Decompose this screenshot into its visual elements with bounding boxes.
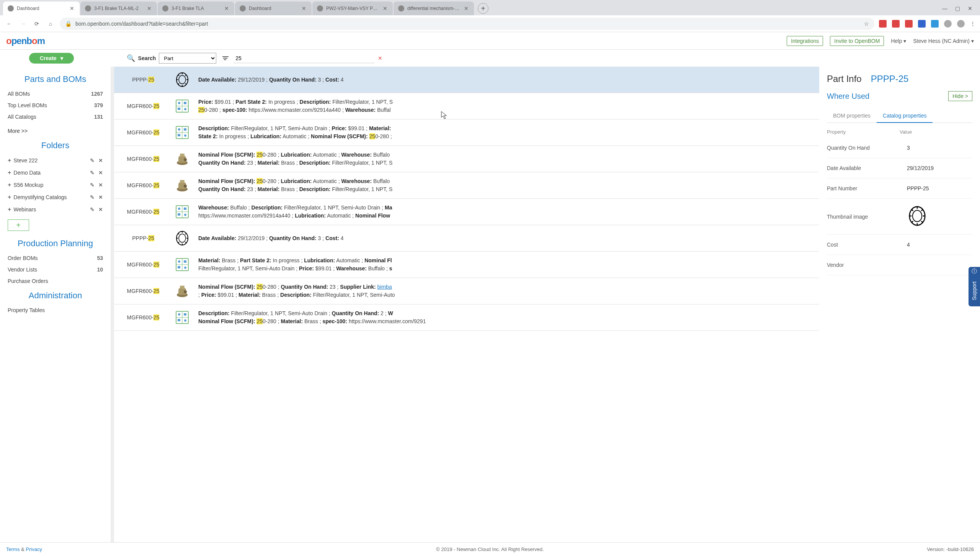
invite-button[interactable]: Invite to OpenBOM	[830, 36, 884, 46]
expand-icon[interactable]: +	[8, 157, 11, 164]
close-window-icon[interactable]: ✕	[968, 5, 972, 11]
search-input[interactable]	[233, 54, 375, 63]
expand-icon[interactable]: +	[8, 194, 11, 201]
new-tab-button[interactable]: +	[478, 3, 488, 14]
maximize-icon[interactable]: ▢	[955, 5, 960, 11]
part-id: MGFR600-25	[120, 314, 166, 321]
delete-icon[interactable]: ✕	[98, 182, 103, 188]
result-row[interactable]: MGFR600-25Price: $99.01 ; Part State 2: …	[114, 93, 819, 119]
sidebar-nav-item[interactable]: All BOMs1267	[0, 88, 111, 100]
close-icon[interactable]: ✕	[382, 5, 388, 11]
edit-icon[interactable]: ✎	[90, 194, 95, 200]
parts-boms-heading: Parts and BOMs	[0, 70, 111, 88]
delete-icon[interactable]: ✕	[98, 157, 103, 164]
sidebar-nav-item[interactable]: All Catalogs131	[0, 111, 111, 123]
support-tab[interactable]: Supportⓘ	[969, 267, 980, 306]
result-details: Nominal Flow (SCFM): 250-280 ; Lubricati…	[198, 177, 813, 193]
tab-catalog-properties[interactable]: Catalog properties	[877, 109, 933, 123]
close-icon[interactable]: ✕	[146, 5, 152, 11]
sidebar-prod-item[interactable]: Purchase Orders	[0, 275, 111, 287]
result-row[interactable]: MGFR600-25Description: Filter/Regulator,…	[114, 119, 819, 146]
sidebar-admin-item[interactable]: Property Tables	[0, 304, 111, 316]
browser-tab[interactable]: 3-F1 Brake TLA✕	[158, 2, 234, 15]
browser-tab[interactable]: PW2-VSY-Main-VSY PUMP✕	[312, 2, 393, 15]
part-id: MGFR600-25	[120, 209, 166, 215]
logo[interactable]: openbom	[6, 36, 45, 46]
edit-icon[interactable]: ✎	[90, 170, 95, 176]
property-row: Part NumberPPPP-25	[827, 178, 972, 199]
result-row[interactable]: MGFR600-25Warehouse: Buffalo ; Descripti…	[114, 199, 819, 225]
sidebar-nav-item[interactable]: Top Level BOMs379	[0, 100, 111, 111]
hide-button[interactable]: Hide >	[948, 91, 972, 101]
sidebar-folder-item[interactable]: +S56 Mockup✎✕	[0, 179, 111, 191]
tab-bar: Dashboard✕3-F1 Brake TLA-ML-2✕3-F1 Brake…	[0, 0, 980, 15]
ext-icon-3[interactable]	[905, 20, 913, 28]
url-bar[interactable]: 🔒 bom.openbom.com/dashboard?table=search…	[60, 18, 874, 30]
result-row[interactable]: MGFR600-25Nominal Flow (SCFM): 250-280 ;…	[114, 172, 819, 199]
sidebar-folder-item[interactable]: +Demo Data✎✕	[0, 167, 111, 179]
expand-icon[interactable]: +	[8, 169, 11, 176]
search-area: 🔍 Search Part ✕	[127, 53, 383, 64]
result-details: Date Available: 29/12/2019 ; Quantity On…	[198, 76, 813, 84]
back-icon[interactable]: ←	[5, 19, 14, 28]
star-icon[interactable]: ☆	[864, 21, 869, 27]
search-type-select[interactable]: Part	[159, 53, 216, 64]
sidebar-prod-item[interactable]: Order BOMs53	[0, 252, 111, 264]
add-folder-button[interactable]: +	[8, 219, 29, 231]
help-menu[interactable]: Help ▾	[891, 38, 906, 44]
delete-icon[interactable]: ✕	[98, 194, 103, 200]
browser-tab[interactable]: 3-F1 Brake TLA-ML-2✕	[80, 2, 157, 15]
reload-icon[interactable]: ⟳	[32, 19, 41, 28]
delete-icon[interactable]: ✕	[98, 206, 103, 213]
result-row[interactable]: MGFR600-25Description: Filter/Regulator,…	[114, 304, 819, 331]
tab-title: 3-F1 Brake TLA-ML-2	[94, 6, 143, 11]
ext-icon-2[interactable]	[892, 20, 900, 28]
minimize-icon[interactable]: —	[942, 5, 947, 11]
result-row[interactable]: MGFR600-25Nominal Flow (SCFM): 250-280 ;…	[114, 278, 819, 304]
close-icon[interactable]: ✕	[463, 5, 469, 11]
where-used-heading[interactable]: Where Used	[827, 92, 869, 101]
part-info-heading: Part Info	[827, 74, 862, 84]
browser-tab[interactable]: differential mechanism-ML✕	[394, 2, 474, 15]
sidebar-folder-item[interactable]: +Steve 222✎✕	[0, 154, 111, 167]
profile-icon[interactable]	[957, 20, 965, 28]
sidebar-folder-item[interactable]: +Webinars✎✕	[0, 203, 111, 216]
delete-icon[interactable]: ✕	[98, 170, 103, 176]
ext-icon-5[interactable]	[931, 20, 939, 28]
tab-favicon	[317, 5, 323, 11]
menu-icon[interactable]: ⋮	[970, 21, 975, 27]
close-icon[interactable]: ✕	[301, 5, 307, 11]
user-menu[interactable]: Steve Hess (NC Admin) ▾	[913, 38, 974, 44]
property-table-header: Property Value	[827, 126, 972, 138]
result-row[interactable]: MGFR600-25Nominal Flow (SCFM): 250-280 ;…	[114, 146, 819, 172]
close-icon[interactable]: ✕	[69, 5, 75, 11]
filter-icon[interactable]	[222, 54, 230, 62]
tab-favicon	[240, 5, 246, 11]
result-row[interactable]: PPPP-25Date Available: 29/12/2019 ; Quan…	[114, 225, 819, 252]
part-id: MGFR600-25	[120, 129, 166, 136]
forward-icon[interactable]: →	[18, 19, 28, 28]
sidebar-prod-item[interactable]: Vendor Lists10	[0, 264, 111, 275]
more-link[interactable]: More >>	[0, 123, 111, 137]
edit-icon[interactable]: ✎	[90, 206, 95, 213]
tab-title: 3-F1 Brake TLA	[172, 6, 220, 11]
edit-icon[interactable]: ✎	[90, 157, 95, 164]
thumbnail-icon	[174, 256, 191, 273]
sidebar-folder-item[interactable]: +Demystifying Catalogs✎✕	[0, 191, 111, 203]
home-icon[interactable]: ⌂	[46, 19, 55, 28]
edit-icon[interactable]: ✎	[90, 182, 95, 188]
create-button[interactable]: Create▾	[29, 53, 74, 64]
ext-icon-4[interactable]	[918, 20, 926, 28]
integrations-button[interactable]: Integrations	[787, 36, 823, 46]
ext-icon-1[interactable]	[879, 20, 887, 28]
ext-icon-6[interactable]	[944, 20, 952, 28]
expand-icon[interactable]: +	[8, 182, 11, 188]
tab-bom-properties[interactable]: BOM properties	[827, 109, 877, 123]
expand-icon[interactable]: +	[8, 206, 11, 213]
browser-tab[interactable]: Dashboard✕	[235, 2, 312, 15]
browser-tab[interactable]: Dashboard✕	[3, 2, 80, 15]
close-icon[interactable]: ✕	[224, 5, 230, 11]
result-row[interactable]: MGFR600-25Material: Brass ; Part State 2…	[114, 252, 819, 278]
result-row[interactable]: PPPP-25Date Available: 29/12/2019 ; Quan…	[114, 67, 819, 93]
clear-search-icon[interactable]: ✕	[378, 55, 382, 61]
